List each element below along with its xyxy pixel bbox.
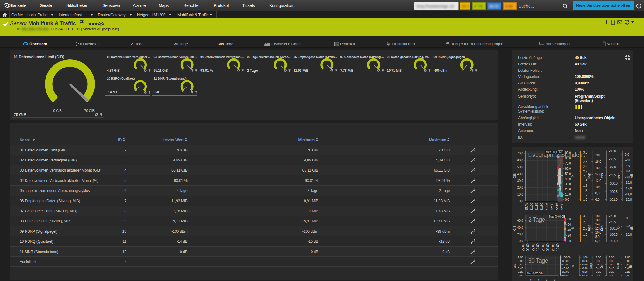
svg-text:-99,0: -99,0 — [609, 165, 616, 169]
svg-text:dB: dB — [630, 174, 633, 178]
svg-text:30,0: 30,0 — [565, 182, 571, 186]
svg-text:-14 dB: -14 dB — [107, 90, 117, 94]
svg-text:0,00: 0,00 — [625, 274, 630, 277]
svg-text:1,8: 1,8 — [583, 179, 587, 182]
svg-text:16,0: 16,0 — [595, 218, 601, 222]
svg-text:-100,5: -100,5 — [609, 233, 618, 236]
svg-text:0,60: 0,60 — [609, 263, 614, 266]
svg-text:0,60: 0,60 — [582, 263, 588, 266]
svg-text:6,0: 6,0 — [595, 198, 599, 201]
svg-text:23.09: 23.09 — [551, 243, 555, 251]
svg-text:0,20: 0,20 — [609, 270, 614, 273]
svg-text:0,80: 0,80 — [609, 259, 614, 262]
svg-text:MiB: MiB — [600, 264, 604, 269]
svg-text:3,0: 3,0 — [583, 151, 587, 154]
svg-text:10,0: 10,0 — [595, 185, 601, 189]
svg-text:0,0: 0,0 — [519, 199, 523, 203]
svg-text:05 Tage bis zum neuen Abrec...: 05 Tage bis zum neuen Abrec... — [247, 55, 291, 59]
svg-text:dBm: dBm — [617, 225, 621, 231]
svg-text:0,60: 0,60 — [518, 263, 523, 266]
svg-text:dBm: dBm — [617, 172, 621, 179]
svg-text:0,00: 0,00 — [609, 274, 614, 277]
svg-text:-10,0: -10,0 — [625, 181, 632, 184]
svg-text:-98,0: -98,0 — [609, 149, 616, 153]
svg-text:20,0: 20,0 — [595, 153, 601, 157]
svg-text:-6,0: -6,0 — [625, 169, 630, 173]
svg-text:80: 80 — [567, 217, 571, 221]
svg-text:50,0: 50,0 — [565, 172, 571, 175]
svg-text:Max: 70,00 GiB: Max: 70,00 GiB — [546, 151, 563, 154]
svg-text:2,2: 2,2 — [583, 169, 587, 173]
svg-text:1,0: 1,0 — [583, 239, 587, 243]
svg-text:60,00: 60,00 — [562, 263, 569, 266]
svg-text:7,78 MiB: 7,78 MiB — [340, 68, 354, 73]
svg-text:20,00: 20,00 — [562, 270, 569, 273]
svg-text:MiB: MiB — [600, 173, 604, 179]
svg-text:03 Datenvolumen Verbrauch ...: 03 Datenvolumen Verbrauch ... — [154, 55, 197, 59]
svg-text:30,0: 30,0 — [517, 179, 523, 182]
svg-text:2 Tage: 2 Tage — [247, 68, 258, 73]
svg-text:23.09: 23.09 — [541, 243, 545, 251]
svg-text:10,0: 10,0 — [517, 193, 523, 196]
svg-text:40,0: 40,0 — [517, 172, 523, 176]
svg-text:0,0: 0,0 — [565, 198, 569, 201]
svg-text:-10,0: -10,0 — [625, 233, 632, 236]
svg-text:0,40: 0,40 — [609, 266, 614, 270]
svg-text:3,0: 3,0 — [583, 214, 587, 218]
svg-text:0,00: 0,00 — [518, 274, 523, 277]
svg-text:Tage: Tage — [587, 172, 591, 179]
svg-text:1,5: 1,5 — [583, 233, 587, 236]
svg-text:25: 25 — [553, 279, 556, 281]
svg-text:0 GiB: 0 GiB — [53, 109, 62, 113]
svg-text:70,0: 70,0 — [565, 161, 571, 165]
svg-text:-99,5: -99,5 — [609, 173, 616, 177]
svg-text:30 Tage: 30 Tage — [528, 257, 548, 264]
svg-text:MiB: MiB — [600, 225, 604, 231]
svg-text:60: 60 — [567, 223, 571, 226]
svg-text:8,0: 8,0 — [595, 235, 599, 238]
svg-text:02 Datenvolumen Verfuegbar ...: 02 Datenvolumen Verfuegbar ... — [107, 55, 150, 59]
svg-text:21:45: 21:45 — [545, 203, 549, 210]
svg-text:-100,0: -100,0 — [609, 182, 618, 185]
svg-text:0,80: 0,80 — [625, 259, 630, 262]
svg-text:%: % — [571, 174, 574, 177]
svg-text:-12,0: -12,0 — [625, 186, 632, 190]
svg-text:0,20: 0,20 — [596, 270, 601, 273]
svg-text:1,00: 1,00 — [609, 255, 614, 259]
svg-text:40,0: 40,0 — [565, 177, 571, 181]
svg-text:0 dB: 0 dB — [154, 90, 161, 94]
svg-text:Tage: Tage — [587, 225, 591, 231]
svg-text:70 GiB: 70 GiB — [84, 109, 95, 113]
svg-text:12:00: 12:00 — [556, 243, 560, 251]
svg-text:-8,0: -8,0 — [625, 175, 630, 179]
svg-text:10,0: 10,0 — [595, 231, 601, 234]
svg-text:0: 0 — [569, 239, 571, 243]
svg-text:60,0: 60,0 — [517, 219, 523, 222]
svg-text:dB: dB — [630, 226, 633, 230]
svg-text:0,80: 0,80 — [596, 259, 601, 262]
svg-text:40,00: 40,00 — [562, 266, 569, 270]
svg-text:-14,0: -14,0 — [625, 192, 632, 196]
svg-text:1,00: 1,00 — [596, 255, 601, 259]
svg-text:1,00: 1,00 — [625, 255, 630, 259]
svg-text:12,0: 12,0 — [595, 179, 601, 182]
svg-text:1,6: 1,6 — [583, 184, 587, 187]
svg-text:12:00: 12:00 — [536, 243, 539, 251]
svg-text:11,93 MiB: 11,93 MiB — [294, 68, 309, 73]
svg-text:20:45: 20:45 — [524, 203, 528, 210]
svg-text:04 Datenvolumen Verbrauch ...: 04 Datenvolumen Verbrauch ... — [200, 55, 244, 59]
svg-text:22:15: 22:15 — [555, 203, 559, 210]
svg-text:00:00: 00:00 — [526, 243, 529, 251]
svg-text:0,20: 0,20 — [625, 270, 630, 273]
svg-text:-101,0: -101,0 — [609, 198, 618, 201]
svg-text:6,0: 6,0 — [595, 239, 599, 243]
svg-text:Max: 0,000 GiB: Max: 0,000 GiB — [527, 272, 542, 275]
svg-text:1,2: 1,2 — [583, 193, 587, 197]
svg-text:0,0: 0,0 — [625, 216, 629, 220]
svg-text:21:30: 21:30 — [540, 203, 543, 210]
svg-text:18,0: 18,0 — [595, 214, 601, 218]
svg-text:16,0: 16,0 — [595, 166, 601, 170]
svg-text:22:00: 22:00 — [550, 203, 553, 210]
svg-text:-4,0: -4,0 — [625, 164, 630, 168]
svg-text:22.09: 22.09 — [521, 243, 525, 251]
